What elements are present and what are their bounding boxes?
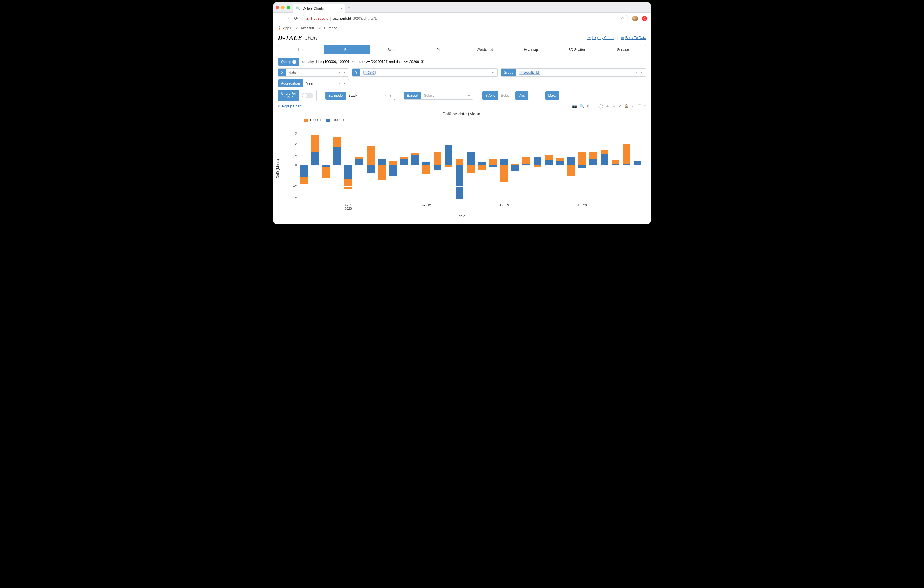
bookmark-star-icon[interactable]: ☆ bbox=[621, 16, 624, 21]
yaxis-min-input[interactable] bbox=[531, 93, 543, 98]
new-tab-button[interactable]: + bbox=[348, 4, 351, 10]
barmode-label: Barmode bbox=[325, 92, 346, 100]
tab-scatter[interactable]: Scatter bbox=[370, 45, 416, 54]
extension-icon[interactable]: ◎ bbox=[642, 16, 647, 21]
yaxis-max-label: Max: bbox=[545, 91, 559, 100]
group-field: Group ×security_id×▼ bbox=[501, 68, 647, 77]
legend-swatch bbox=[304, 119, 308, 122]
popup-chart-link[interactable]: ⧉Popup Chart bbox=[278, 104, 302, 108]
barsort-label: Barsort bbox=[404, 92, 421, 99]
tab-bar[interactable]: Bar bbox=[324, 45, 370, 54]
close-window-icon[interactable] bbox=[276, 6, 279, 9]
pan-icon[interactable]: ✥ bbox=[587, 104, 590, 109]
grid-icon: ▦ bbox=[621, 36, 624, 40]
aggregation-select[interactable]: Mean×▼ bbox=[303, 79, 349, 87]
group-label: Group bbox=[501, 69, 516, 76]
reset-axes-icon[interactable]: 🏠 bbox=[624, 104, 629, 109]
yaxis-select[interactable]: Select...▼ bbox=[498, 91, 515, 100]
profile-avatar[interactable] bbox=[632, 16, 638, 21]
barmode-select[interactable]: Stack×▼ bbox=[346, 92, 394, 100]
y-label: Y bbox=[352, 69, 360, 76]
clear-icon[interactable]: × bbox=[338, 70, 341, 75]
plotly-toolbar: 📷 🔍 ✥ ◫ ◯ ＋ － ⤢ 🏠 ↔ ☰ ≡ bbox=[572, 104, 646, 109]
zoom-in-icon[interactable]: ＋ bbox=[606, 104, 609, 109]
maximize-window-icon[interactable] bbox=[287, 6, 290, 9]
x-label: X bbox=[278, 69, 286, 76]
camera-icon[interactable]: 📷 bbox=[572, 104, 577, 109]
x-field: X date×▼ bbox=[278, 68, 349, 77]
chevron-down-icon: ▼ bbox=[343, 71, 346, 74]
x-tick: Jan 19 bbox=[499, 203, 509, 207]
back-to-data-link[interactable]: ▦Back To Data bbox=[621, 36, 646, 40]
chart-per-group-label: Chart PerGroup bbox=[278, 90, 299, 101]
chart: Col0 by date (Mean) 100001 100000 Col0 (… bbox=[273, 111, 651, 224]
tab-3d-scatter[interactable]: 3D Scatter bbox=[554, 45, 600, 54]
close-tab-icon[interactable]: × bbox=[340, 6, 342, 10]
y-select[interactable]: ×Col0×▼ bbox=[360, 69, 497, 76]
yaxis-max-input[interactable] bbox=[562, 93, 573, 98]
hover-icon[interactable]: ☰ bbox=[638, 104, 642, 109]
forward-button[interactable]: → bbox=[285, 16, 290, 21]
tab-surface[interactable]: Surface bbox=[600, 45, 646, 54]
group-chip[interactable]: ×security_id bbox=[519, 71, 540, 75]
chevron-down-icon: ▼ bbox=[467, 94, 470, 97]
url-path: :9203/charts/1 bbox=[353, 16, 377, 21]
tab-heatmap[interactable]: Heatmap bbox=[508, 45, 554, 54]
spike-lines-icon[interactable]: ↔ bbox=[631, 104, 635, 109]
group-select[interactable]: ×security_id×▼ bbox=[516, 69, 646, 76]
compare-icon[interactable]: ≡ bbox=[644, 104, 646, 109]
popup-icon: ⧉ bbox=[278, 104, 280, 108]
y-tick: −3 bbox=[289, 195, 297, 198]
query-input[interactable] bbox=[302, 60, 643, 64]
remove-chip-icon[interactable]: × bbox=[521, 71, 523, 74]
barmode-field: Barmode Stack×▼ bbox=[325, 91, 395, 100]
page-title: Charts bbox=[305, 35, 317, 40]
y-tick: 0 bbox=[289, 163, 297, 167]
autoscale-icon[interactable]: ⤢ bbox=[618, 104, 622, 109]
x-axis-label: date bbox=[278, 214, 646, 218]
tab-wordcloud[interactable]: Wordcloud bbox=[462, 45, 508, 54]
query-label: Queryi bbox=[278, 58, 299, 66]
app-header: D-TALE Charts 〰Legacy Charts | ▦Back To … bbox=[273, 32, 651, 43]
tab-pie[interactable]: Pie bbox=[416, 45, 462, 54]
y-tick: −2 bbox=[289, 185, 297, 188]
barsort-select[interactable]: Select...▼ bbox=[421, 92, 473, 99]
zoom-icon[interactable]: 🔍 bbox=[579, 104, 584, 109]
lasso-icon[interactable]: ◯ bbox=[599, 104, 603, 109]
y-chip[interactable]: ×Col0 bbox=[363, 71, 376, 75]
chart-per-group-toggle[interactable] bbox=[302, 92, 314, 99]
box-select-icon[interactable]: ◫ bbox=[592, 104, 596, 109]
legacy-charts-link[interactable]: 〰Legacy Charts bbox=[587, 36, 614, 40]
yaxis-min-label: Min: bbox=[515, 91, 528, 100]
chart-title: Col0 by date (Mean) bbox=[278, 111, 646, 116]
aggregation-field: Aggregation Mean×▼ bbox=[278, 79, 349, 88]
query-field: Queryi bbox=[278, 58, 646, 66]
tab-title: D-Tale Charts bbox=[303, 7, 324, 10]
folder-icon: 🗀 bbox=[296, 26, 300, 30]
back-button[interactable]: ← bbox=[277, 16, 281, 21]
zoom-out-icon[interactable]: － bbox=[612, 104, 616, 109]
browser-tab[interactable]: 🔍 D-Tale Charts × bbox=[293, 4, 345, 13]
remove-chip-icon[interactable]: × bbox=[365, 71, 367, 74]
tab-line[interactable]: Line bbox=[278, 45, 324, 54]
clear-icon[interactable]: × bbox=[384, 94, 387, 98]
bookmark-my-stuff[interactable]: 🗀My Stuff bbox=[296, 26, 314, 30]
reload-button[interactable]: ⟳ bbox=[294, 16, 298, 21]
url-host: aschonfeld bbox=[333, 16, 351, 21]
clear-icon[interactable]: × bbox=[636, 70, 638, 75]
line-chart-icon: 〰 bbox=[587, 36, 591, 40]
clear-icon[interactable]: × bbox=[487, 70, 489, 75]
info-icon[interactable]: i bbox=[292, 60, 296, 64]
bookmark-numeric[interactable]: 🗀Numeric bbox=[319, 26, 337, 30]
minimize-window-icon[interactable] bbox=[281, 6, 285, 9]
address-bar: ← → ⟳ ▲ Not Secure | aschonfeld:9203/cha… bbox=[273, 13, 651, 25]
legend-item-100001[interactable]: 100001 bbox=[304, 118, 321, 122]
legend-item-100000[interactable]: 100000 bbox=[327, 118, 343, 122]
x-tick: Jan 52020 bbox=[345, 203, 352, 210]
plot-area[interactable]: −3−2−10123 bbox=[298, 128, 643, 202]
apps-shortcut[interactable]: Apps bbox=[277, 26, 291, 30]
clear-icon[interactable]: × bbox=[338, 81, 341, 86]
y-tick: 2 bbox=[289, 142, 297, 145]
x-select[interactable]: date×▼ bbox=[286, 69, 349, 76]
url-input[interactable]: ▲ Not Secure | aschonfeld:9203/charts/1 … bbox=[302, 15, 628, 22]
